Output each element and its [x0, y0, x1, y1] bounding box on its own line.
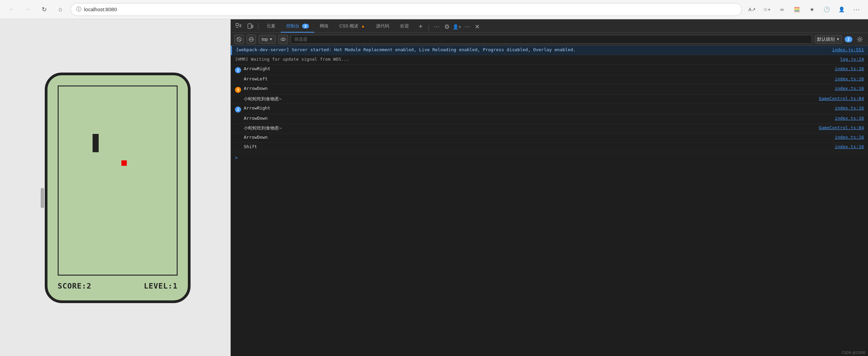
browser-chrome: ← → ↻ ⌂ ⓘ localhost:8080 A↗ ☆+ ∞ 🧮 ★ 🕐 👤… [0, 0, 868, 19]
log-entry: 小蛇蛇吃到食物惹~ GameControl.ts:84 [231, 95, 868, 104]
log-source-link[interactable]: index.ts:16 [835, 76, 864, 81]
devtools-panel: 元素 控制台 2 网络 CSS 概述 ▲ 源代码 欢迎 [231, 19, 868, 356]
log-entry: [webpack-dev-server] Server started: Hot… [231, 46, 868, 55]
chevron-down-icon: ▼ [269, 37, 273, 41]
log-text: ArrowLeft [244, 76, 832, 81]
tab-console[interactable]: 控制台 2 [281, 20, 314, 33]
add-tab-button[interactable]: + [416, 22, 426, 32]
reload-button[interactable]: ↻ [38, 3, 50, 16]
devtools-close-button[interactable]: ✕ [472, 22, 482, 32]
devtools-contacts-button[interactable]: 👤+ [452, 22, 462, 32]
favorites-add-button[interactable]: ☆+ [761, 3, 773, 16]
copilot-button[interactable]: ∞ [776, 3, 788, 16]
console-log-area: [webpack-dev-server] Server started: Hot… [231, 46, 868, 356]
svg-rect-6 [252, 25, 253, 28]
log-level-selector[interactable]: 默认级别 ▼ [815, 35, 842, 44]
svg-point-12 [282, 38, 284, 40]
back-button[interactable]: ← [5, 3, 18, 16]
forward-button[interactable]: → [22, 3, 34, 16]
log-text: [HMR] Waiting for update signal from WDS… [235, 57, 837, 62]
log-text: ArrowDown [244, 135, 832, 140]
profile-button[interactable]: 👤 [835, 3, 848, 16]
log-entry: ArrowDown index.ts:16 [231, 133, 868, 143]
log-source-link[interactable]: index.ts:16 [835, 116, 864, 121]
log-count-badge: 2 [235, 106, 241, 113]
log-source-link[interactable]: log.js:24 [840, 57, 864, 62]
phone-frame: SCORE:2 LEVEL:1 [45, 73, 191, 303]
css-triangle-icon: ▲ [361, 24, 365, 28]
history-button[interactable]: 🕐 [821, 3, 833, 16]
log-count-badge: 2 [235, 67, 241, 73]
game-area: SCORE:2 LEVEL:1 [0, 19, 231, 356]
console-settings-button[interactable] [855, 35, 865, 44]
log-text: ArrowDown [244, 86, 832, 91]
log-text: 小蛇蛇吃到食物惹~ [244, 125, 816, 131]
eye-button[interactable] [278, 35, 288, 44]
log-source-link[interactable]: index.ts:16 [835, 135, 864, 140]
food [121, 160, 127, 166]
snake-segment-1 [93, 134, 99, 140]
log-entry: Shift index.ts:16 [231, 143, 868, 152]
home-button[interactable]: ⌂ [54, 3, 66, 16]
log-text: ArrowRight [244, 66, 832, 71]
log-source-link[interactable]: GameControl.ts:84 [819, 125, 864, 130]
console-filter-input[interactable] [291, 35, 812, 44]
log-text: ArrowDown [244, 116, 832, 121]
tab-css[interactable]: CSS 概述 ▲ [334, 20, 371, 33]
favorites-button[interactable]: ★ [806, 3, 818, 16]
score-display: SCORE:2 [58, 282, 92, 290]
tab-source[interactable]: 源代码 [371, 20, 395, 33]
console-input-row[interactable]: > [231, 152, 868, 163]
log-source-link[interactable]: index.ts:16 [835, 144, 864, 149]
log-text: Shift [244, 144, 832, 149]
log-entry: 3 ArrowDown index.ts:16 [231, 84, 868, 95]
more-button[interactable]: ⋯ [850, 3, 863, 16]
log-level-label: 默认级别 [817, 36, 835, 42]
nav-right-buttons: A↗ ☆+ ∞ 🧮 ★ 🕐 👤 ⋯ [746, 3, 863, 16]
log-text: 小蛇蛇吃到食物惹~ [244, 96, 816, 102]
info-icon: ⓘ [76, 6, 81, 13]
no-entry-button[interactable] [246, 35, 256, 44]
snake-segment-3 [93, 146, 99, 152]
console-count-badge: 2 [302, 24, 309, 28]
devtools-tab-bar: 元素 控制台 2 网络 CSS 概述 ▲ 源代码 欢迎 [261, 20, 482, 32]
console-toolbar: top ▼ 默认级别 ▼ 2 [231, 33, 868, 46]
top-context-selector[interactable]: top ▼ [259, 35, 276, 44]
tab-elements[interactable]: 元素 [261, 20, 281, 33]
snake-segment-2 [93, 140, 99, 146]
log-source-link[interactable]: index.ts:16 [835, 66, 864, 71]
log-entry: ArrowLeft index.ts:16 [231, 75, 868, 84]
svg-rect-0 [236, 23, 238, 26]
log-source-link[interactable]: GameControl.ts:84 [819, 96, 864, 101]
score-label: SCORE: [58, 282, 86, 290]
level-label: LEVEL: [144, 282, 173, 290]
level-display: LEVEL:1 [144, 282, 178, 290]
devtools-settings-button[interactable]: ⚙ [442, 22, 452, 32]
svg-point-13 [859, 38, 861, 40]
log-count-badge: 3 [235, 87, 241, 93]
log-entry: 2 ArrowRight index.ts:16 [231, 104, 868, 114]
translate-button[interactable]: A↗ [746, 3, 758, 16]
scrollbar-thumb[interactable] [41, 188, 44, 208]
divider-1 [258, 23, 258, 29]
log-source-link[interactable]: index.ts:16 [835, 105, 864, 111]
devtools-more-button[interactable]: ⋯ [462, 22, 472, 32]
more-tabs-button[interactable]: ⋯ [432, 22, 442, 32]
divider-2 [429, 25, 429, 32]
clear-console-button[interactable] [234, 35, 244, 44]
devtools-device-button[interactable] [245, 21, 255, 31]
tab-network[interactable]: 网络 [314, 20, 334, 33]
log-source-link[interactable]: index.js:551 [832, 47, 864, 52]
log-entry: 2 ArrowRight index.ts:16 [231, 65, 868, 75]
nav-bar: ← → ↻ ⌂ ⓘ localhost:8080 A↗ ☆+ ∞ 🧮 ★ 🕐 👤… [0, 0, 868, 19]
log-source-link[interactable]: index.ts:16 [835, 86, 864, 91]
tab-welcome[interactable]: 欢迎 [395, 20, 414, 33]
address-bar[interactable]: ⓘ localhost:8080 [71, 3, 742, 16]
devtools-inspect-button[interactable] [234, 21, 244, 31]
url-text: localhost:8080 [84, 6, 117, 12]
svg-line-8 [237, 38, 241, 41]
chevron-down-icon-2: ▼ [836, 37, 840, 41]
log-text: [webpack-dev-server] Server started: Hot… [236, 47, 829, 52]
extensions-button[interactable]: 🧮 [791, 3, 803, 16]
log-entry: ArrowDown index.ts:16 [231, 114, 868, 124]
